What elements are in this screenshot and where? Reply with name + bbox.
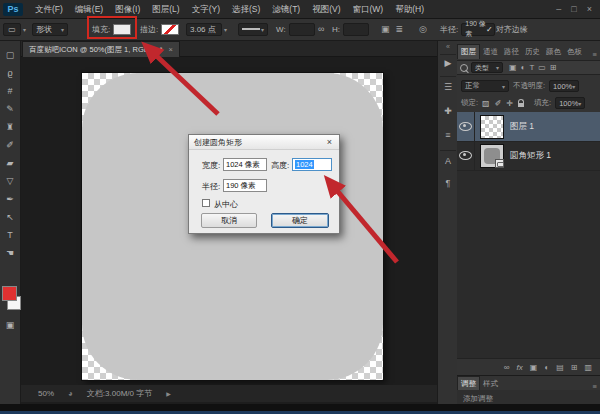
filter-smartobj-icon[interactable]: ⊞	[550, 63, 557, 72]
gear-icon[interactable]: ◎	[419, 24, 427, 34]
collapse-panels-icon[interactable]: «	[438, 43, 458, 50]
menu-layer[interactable]: 图层(L)	[146, 0, 185, 18]
lasso-tool-icon[interactable]: ϱ	[0, 66, 20, 80]
visibility-toggle[interactable]	[457, 141, 475, 170]
roundrect-thumbnail[interactable]	[480, 144, 504, 168]
layer-name[interactable]: 图层 1	[510, 121, 534, 133]
dialog-radius-field[interactable]: 190 像素	[223, 179, 267, 192]
link-layers-icon[interactable]: ∞	[504, 363, 510, 372]
layer-row-roundrect[interactable]: 圆角矩形 1	[457, 141, 600, 171]
character-panel-icon[interactable]: A	[438, 156, 458, 166]
add-mask-icon[interactable]: ▣	[530, 363, 538, 372]
menu-type[interactable]: 文字(Y)	[186, 0, 226, 18]
tab-layers[interactable]: 图层	[457, 44, 480, 59]
menu-file[interactable]: 文件(F)	[29, 0, 69, 18]
eyedropper-tool-icon[interactable]: ✎	[0, 102, 20, 116]
layer-name[interactable]: 圆角矩形 1	[510, 150, 551, 162]
link-dimensions-icon[interactable]: ∞	[318, 24, 324, 34]
lock-position-icon[interactable]: ✛	[506, 99, 513, 108]
shape-height-field[interactable]	[343, 23, 369, 36]
menu-help[interactable]: 帮助(H)	[389, 0, 430, 18]
path-select-tool-icon[interactable]: ↖	[0, 210, 20, 224]
paragraph-panel-icon[interactable]: ¶	[438, 178, 458, 188]
close-button[interactable]: ×	[587, 4, 592, 14]
stroke-width-field[interactable]: 3.06 点	[186, 23, 222, 36]
tab-adjustments[interactable]: 调整	[457, 376, 480, 391]
quick-mask-icon[interactable]: ▣	[0, 318, 20, 332]
align-edges-checkbox[interactable]: ✓	[486, 25, 493, 34]
marquee-tool-icon[interactable]: ▢	[0, 48, 20, 62]
crop-tool-icon[interactable]: #	[0, 84, 20, 98]
tool-mode-dropdown[interactable]: 形状▾	[32, 23, 68, 36]
tab-history[interactable]: 历史	[522, 45, 543, 59]
cancel-button[interactable]: 取消	[201, 213, 257, 228]
layer-effects-icon[interactable]: fx	[517, 363, 523, 372]
tab-styles[interactable]: 样式	[480, 377, 501, 391]
tab-swatches[interactable]: 色板	[564, 45, 585, 59]
lock-pixels-icon[interactable]: ✐	[495, 99, 502, 108]
blur-tool-icon[interactable]: ▽	[0, 174, 20, 188]
pen-tool-icon[interactable]: ✒	[0, 192, 20, 206]
document-tab[interactable]: 百度贴吧ICON @ 50%(图层 1, RGB/8) * ×	[22, 41, 180, 57]
maximize-button[interactable]: □	[571, 4, 576, 14]
visibility-toggle[interactable]	[457, 112, 475, 141]
filter-shape-icon[interactable]: ▭	[538, 63, 546, 72]
filter-adjustment-icon[interactable]: ◐	[521, 63, 526, 72]
filter-type-dropdown[interactable]: 类型▾	[471, 62, 503, 73]
dialog-width-field[interactable]: 1024 像素	[223, 158, 267, 171]
filter-type-icon[interactable]: T	[529, 63, 534, 72]
hand-tool-icon[interactable]: ☚	[0, 246, 20, 260]
clone-source-panel-icon[interactable]: ≡	[438, 130, 458, 140]
stamp-tool-icon[interactable]: ♜	[0, 120, 20, 134]
lock-transparency-icon[interactable]: ▨	[482, 99, 490, 108]
photoshop-window: Ps 文件(F) 编辑(E) 图像(I) 图层(L) 文字(Y) 选择(S) 滤…	[0, 0, 600, 414]
opacity-field[interactable]: 100%▾	[549, 80, 579, 92]
dialog-height-field[interactable]: 1024	[292, 158, 332, 171]
actions-panel-icon[interactable]: ▶	[438, 58, 458, 68]
layer-row-layer1[interactable]: 图层 1	[457, 112, 600, 142]
panel-menu-icon[interactable]: ≡	[593, 50, 600, 59]
document-info[interactable]: 文档:3.00M/0 字节	[87, 388, 152, 399]
type-tool-icon[interactable]: T	[0, 228, 20, 242]
path-operations-icon[interactable]: ▣	[381, 24, 390, 34]
delete-layer-icon[interactable]: ▥	[584, 363, 592, 372]
dialog-close-icon[interactable]: ×	[325, 137, 334, 147]
stroke-swatch[interactable]	[161, 24, 179, 35]
layer1-thumbnail[interactable]	[480, 115, 504, 139]
path-alignment-icon[interactable]: ≣	[396, 24, 404, 34]
tab-close-icon[interactable]: ×	[168, 45, 172, 54]
stroke-style-dropdown[interactable]: ▾	[238, 23, 268, 36]
stroke-width-dropdown-icon[interactable]: ▾	[224, 26, 227, 33]
menu-image[interactable]: 图像(I)	[109, 0, 146, 18]
tool-preset-icon[interactable]: ▭	[3, 23, 21, 36]
new-group-icon[interactable]: ▤	[556, 363, 564, 372]
menu-edit[interactable]: 编辑(E)	[69, 0, 109, 18]
menu-select[interactable]: 选择(S)	[226, 0, 266, 18]
minimize-button[interactable]: –	[556, 4, 561, 14]
menu-filter[interactable]: 滤镜(T)	[266, 0, 306, 18]
status-arrow-icon[interactable]: ▶	[166, 390, 171, 397]
new-adjustment-icon[interactable]: ◐	[544, 363, 549, 372]
blend-mode-dropdown[interactable]: 正常▾	[461, 80, 509, 92]
new-layer-icon[interactable]: ⊞	[571, 363, 578, 372]
layer-fill-field[interactable]: 100%▾	[555, 97, 585, 109]
foreground-color-swatch[interactable]	[2, 286, 17, 301]
tab-color[interactable]: 颜色	[543, 45, 564, 59]
eraser-tool-icon[interactable]: ▰	[0, 156, 20, 170]
menu-window[interactable]: 窗口(W)	[347, 0, 390, 18]
fill-swatch[interactable]	[113, 24, 131, 35]
tab-paths[interactable]: 路径	[501, 45, 522, 59]
zoom-level[interactable]: 50%	[38, 389, 54, 398]
menu-view[interactable]: 视图(V)	[306, 0, 346, 18]
shape-width-field[interactable]	[289, 23, 315, 36]
dialog-title-bar[interactable]: 创建圆角矩形 ×	[189, 135, 339, 150]
brush-presets-panel-icon[interactable]: ✚	[438, 106, 458, 116]
tab-channels[interactable]: 通道	[480, 45, 501, 59]
ok-button[interactable]: 确定	[271, 213, 329, 228]
lock-all-icon[interactable]	[518, 103, 524, 107]
from-center-checkbox[interactable]	[202, 199, 210, 207]
tool-preset-dropdown-icon[interactable]: ▾	[23, 26, 26, 33]
properties-panel-icon[interactable]: ☰	[438, 82, 458, 92]
brush-tool-icon[interactable]: ✐	[0, 138, 20, 152]
filter-pixel-icon[interactable]: ▣	[509, 63, 517, 72]
